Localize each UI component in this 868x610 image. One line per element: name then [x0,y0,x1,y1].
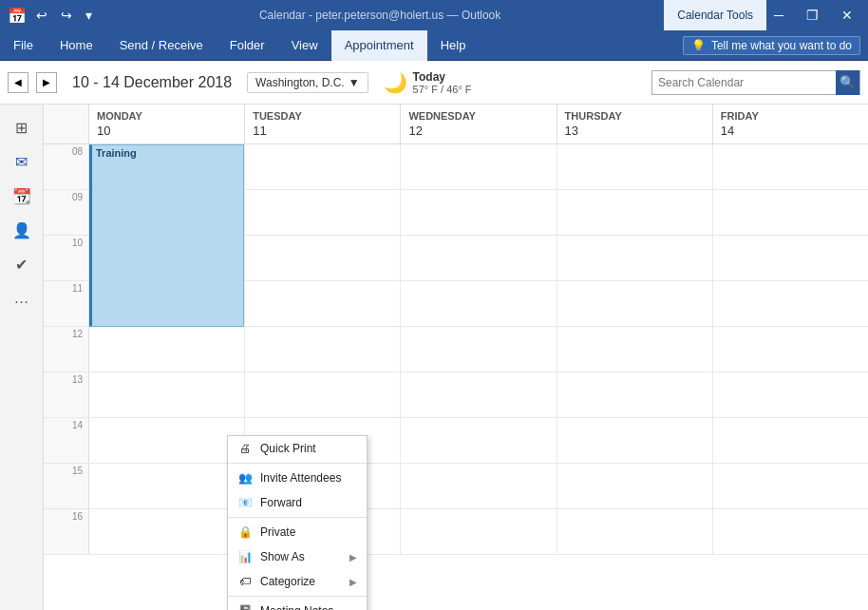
left-sidebar: ⊞ ✉ 📆 👤 ✔ … [0,105,44,610]
cell-mon-14[interactable] [89,418,245,463]
day-header-thursday: THURSDAY 13 [557,105,713,143]
quick-access[interactable]: ▾ [82,6,96,25]
cell-wed-09[interactable] [401,190,557,235]
cell-thu-11[interactable] [557,281,713,326]
cell-fri-10[interactable] [713,236,868,280]
sidebar-icon-tasks[interactable]: ✔ [7,249,37,279]
cell-wed-15[interactable] [401,464,557,508]
cell-mon-12[interactable] [89,327,245,372]
cell-fri-09[interactable] [713,190,868,235]
cell-fri-11[interactable] [713,281,868,326]
categorize-arrow: ▶ [349,577,357,587]
day-num-friday: 14 [721,124,860,138]
day-header-tuesday: TUESDAY 11 [245,105,401,143]
day-num-thursday: 13 [565,124,705,138]
cell-fri-08[interactable] [713,144,868,189]
cell-wed-14[interactable] [401,418,557,463]
ctx-divider-1 [228,463,367,464]
categorize-icon: 🏷 [237,574,253,589]
day-header-wednesday: WEDNESDAY 12 [401,105,557,143]
cell-mon-08[interactable]: Training [89,144,245,189]
cell-tue-09[interactable] [245,190,401,235]
cell-fri-14[interactable] [713,418,868,463]
cell-tue-12[interactable] [245,327,401,372]
sidebar-icon-people[interactable]: 👤 [7,215,37,245]
sidebar-icon-calendar[interactable]: 📆 [7,181,37,211]
prev-week-button[interactable]: ◀ [8,72,28,93]
row-header-spacer [44,105,89,143]
ctx-show-as[interactable]: 📊 Show As ▶ [228,544,367,569]
next-week-button[interactable]: ▶ [36,72,57,93]
cell-thu-13[interactable] [557,372,713,417]
tab-file[interactable]: File [0,30,47,61]
time-row-16: 16 [44,509,868,555]
sidebar-icon-mail[interactable]: ✉ [7,146,37,177]
cell-mon-15[interactable] [89,464,245,508]
lightbulb-icon: 💡 [691,39,706,52]
ctx-quick-print[interactable]: 🖨 Quick Print [228,436,367,461]
cell-wed-16[interactable] [401,509,557,554]
cell-mon-13[interactable] [89,372,245,417]
forward-icon: 📧 [237,495,253,510]
calendar-tools-tab[interactable]: Calendar Tools [664,0,766,30]
search-input[interactable] [652,74,836,91]
ctx-meeting-notes[interactable]: 📓 Meeting Notes [228,599,367,610]
cell-tue-13[interactable] [245,372,401,417]
cell-tue-10[interactable] [245,236,401,280]
cell-tue-08[interactable] [245,144,401,189]
cell-wed-11[interactable] [401,281,557,326]
main-layout: ⊞ ✉ 📆 👤 ✔ … MONDAY 10 TUESDAY 11 WEDNESD… [0,105,868,610]
minimize-button[interactable]: ─ [766,6,791,25]
day-num-monday: 10 [97,124,236,138]
cell-thu-14[interactable] [557,418,713,463]
cell-thu-12[interactable] [557,327,713,372]
tab-send-receive[interactable]: Send / Receive [106,30,217,61]
ctx-forward[interactable]: 📧 Forward [228,490,367,515]
day-name-friday: FRIDAY [721,110,759,122]
location-dropdown-arrow: ▼ [349,76,360,89]
day-name-wednesday: WEDNESDAY [408,110,476,122]
ctx-private[interactable]: 🔒 Private [228,520,367,544]
cell-wed-12[interactable] [401,327,557,372]
cell-thu-08[interactable] [557,144,713,189]
tab-folder[interactable]: Folder [217,30,278,61]
print-icon: 🖨 [237,441,253,456]
search-box[interactable]: 🔍 [651,70,860,95]
redo-btn[interactable]: ↪ [57,6,76,25]
day-name-monday: MONDAY [97,110,142,122]
cell-fri-12[interactable] [713,327,868,372]
search-button[interactable]: 🔍 [836,70,859,95]
sidebar-icon-more[interactable]: … [7,283,37,314]
maximize-button[interactable]: ❐ [799,6,826,25]
cell-wed-08[interactable] [401,144,557,189]
tab-view[interactable]: View [278,30,331,61]
tab-appointment[interactable]: Appointment [331,30,427,61]
sidebar-icon-grid[interactable]: ⊞ [7,112,37,143]
cell-thu-15[interactable] [557,464,713,508]
cell-wed-10[interactable] [401,236,557,280]
cell-fri-16[interactable] [713,509,868,554]
ctx-invite-label: Invite Attendees [260,471,341,485]
time-label-12: 12 [44,327,89,372]
ctx-invite-attendees[interactable]: 👥 Invite Attendees [228,466,367,490]
tab-help[interactable]: Help [427,30,480,61]
cell-mon-16[interactable] [89,509,245,554]
cell-tue-11[interactable] [245,281,401,326]
training-event[interactable]: Training [89,144,244,327]
cell-fri-13[interactable] [713,372,868,417]
cell-thu-10[interactable] [557,236,713,280]
undo-btn[interactable]: ↩ [32,6,51,25]
cell-fri-15[interactable] [713,464,868,508]
date-range-label: 10 - 14 December 2018 [72,74,232,91]
close-button[interactable]: ✕ [834,6,860,25]
location-dropdown[interactable]: Washington, D.C. ▼ [247,72,368,93]
cell-wed-13[interactable] [401,372,557,417]
tell-me-box[interactable]: 💡 Tell me what you want to do [683,36,860,55]
location-text: Washington, D.C. [255,76,345,89]
tab-home[interactable]: Home [47,30,106,61]
cell-thu-16[interactable] [557,509,713,554]
day-num-tuesday: 11 [253,124,392,138]
ctx-categorize[interactable]: 🏷 Categorize ▶ [228,569,367,594]
notes-icon: 📓 [237,603,253,610]
cell-thu-09[interactable] [557,190,713,235]
